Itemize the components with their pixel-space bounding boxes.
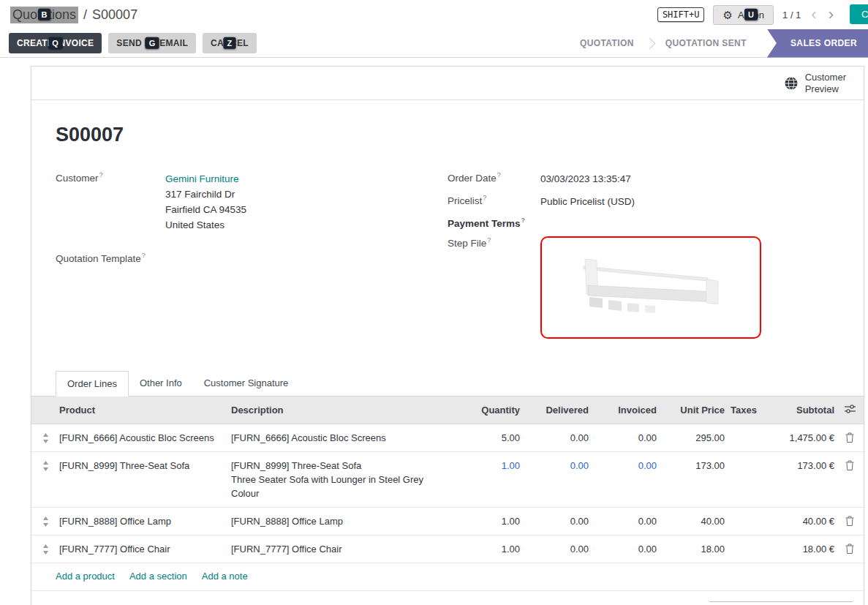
field-groups: Customer? Gemini Furniture 317 Fairchild… [56,171,839,346]
globe-icon [784,76,799,91]
status-step-quotation-sent[interactable]: QUOTATION SENT [651,29,761,58]
pager-previous-icon[interactable]: ‹ [809,7,818,23]
table-row: [FURN_7777] Office Chair [FURN_7777] Off… [31,536,864,563]
drag-handle-icon [42,516,49,527]
description-line2: Three Seater Sofa with Lounger in Steel … [231,473,445,500]
cell-delivered[interactable]: 0.00 [520,452,589,507]
drag-handle[interactable] [31,536,59,563]
cell-quantity[interactable]: 5.00 [454,424,520,451]
cell-taxes[interactable] [725,424,759,451]
status-step-quotation[interactable]: QUOTATION [565,29,649,58]
cell-taxes[interactable] [725,536,759,563]
breadcrumb-separator: / [83,7,87,23]
cell-delivered[interactable]: 0.00 [520,536,589,563]
drag-handle[interactable] [31,424,59,451]
label-text: Pricelist [448,195,482,206]
cell-description[interactable]: [FURN_6666] Acoustic Bloc Screens [231,424,454,451]
step-file-image[interactable] [540,236,761,339]
cell-unit-price[interactable]: 18.00 [657,536,725,563]
action-menu-button[interactable]: ⚙ Action U [713,5,774,25]
breadcrumb-current: S00007 [92,7,137,23]
customer-link[interactable]: Gemini Furniture [165,173,239,184]
cell-invoiced[interactable]: 0.00 [589,452,657,507]
column-header-subtotal[interactable]: Subtotal [759,397,834,424]
notebook-tabs: Order Lines Other Info Customer Signatur… [31,371,864,397]
customer-preview-link[interactable]: Customer Preview [784,72,846,95]
help-icon: ? [497,171,501,179]
cell-product[interactable]: [FURN_8888] Office Lamp [59,508,231,535]
trash-icon [845,432,854,443]
tab-customer-signature[interactable]: Customer Signature [193,371,300,396]
cell-quantity[interactable]: 1.00 [454,452,520,507]
cell-quantity[interactable]: 1.00 [454,508,520,535]
label-text: Order Date [448,173,497,184]
quotation-template-field-label: Quotation Template? [56,252,165,264]
cell-description[interactable]: [FURN_8999] Three-Seat Sofa Three Seater… [231,452,454,507]
add-section-link[interactable]: Add a section [129,571,187,582]
hotkey-badge-breadcrumb: B [38,9,51,20]
cancel-button[interactable]: CANCEL Z [203,33,257,53]
pager-next-icon[interactable]: › [827,7,835,23]
delete-row-button[interactable] [834,508,865,535]
send-email-button[interactable]: SEND BY EMAIL G [108,33,196,53]
trash-icon [845,544,854,554]
order-date-value[interactable]: 03/03/2023 13:35:47 [540,171,631,187]
cell-taxes[interactable] [725,452,759,507]
optional-columns-button[interactable] [834,397,865,424]
create-button-label: Create [861,9,868,20]
pager-count: 1 / 1 [782,10,801,20]
cell-description[interactable]: [FURN_7777] Office Chair [231,536,454,563]
cell-product[interactable]: [FURN_7777] Office Chair [59,536,231,563]
tab-other-info[interactable]: Other Info [129,371,193,396]
column-header-quantity[interactable]: Quantity [454,397,520,424]
drag-handle[interactable] [31,452,59,507]
status-step-sales-order[interactable]: SALES ORDER [767,29,868,58]
breadcrumb: Quotations B / S00007 [10,7,137,23]
hotkey-badge-send-email: G [146,37,159,49]
cell-unit-price[interactable]: 40.00 [657,508,725,535]
cell-product[interactable]: [FURN_6666] Acoustic Bloc Screens [59,424,231,451]
cell-invoiced[interactable]: 0.00 [589,536,657,563]
delete-row-button[interactable] [834,452,865,507]
column-header-description[interactable]: Description [231,397,454,424]
step-file-3d-preview [563,247,739,328]
delete-row-button[interactable] [834,536,865,563]
cell-delivered[interactable]: 0.00 [520,424,589,451]
breadcrumb-quotations[interactable]: Quotations B [10,7,78,23]
cell-product[interactable]: [FURN_8999] Three-Seat Sofa [59,452,231,507]
pricelist-value[interactable]: Public Pricelist (USD) [540,194,635,209]
drag-handle[interactable] [31,508,59,535]
description-line: [FURN_6666] Acoustic Bloc Screens [231,431,445,445]
cell-invoiced[interactable]: 0.00 [589,508,657,535]
help-icon: ? [142,252,146,259]
column-header-product[interactable]: Product [59,397,231,424]
status-step-label: QUOTATION [580,38,634,48]
cell-description[interactable]: [FURN_8888] Office Lamp [231,508,454,535]
field-quotation-template[interactable]: Quotation Template? [56,252,448,264]
table-footer-links: Add a product Add a section Add a note [31,563,864,591]
drag-handle-icon [42,461,49,471]
cell-unit-price[interactable]: 173.00 [657,452,725,507]
add-note-link[interactable]: Add a note [202,571,248,582]
create-button[interactable]: Create [850,4,868,24]
cell-unit-price[interactable]: 295.00 [657,424,725,451]
column-header-invoiced[interactable]: Invoiced [589,397,657,424]
hotkey-badge-cancel: Z [223,37,235,49]
column-header-unit-price[interactable]: Unit Price [657,397,725,424]
drag-handle-icon [42,544,49,555]
create-invoice-button[interactable]: CREATE INVOICE Q [9,33,102,53]
cell-quantity[interactable]: 1.00 [454,536,520,563]
cell-invoiced[interactable]: 0.00 [589,424,657,451]
cell-taxes[interactable] [725,508,759,535]
column-header-delivered[interactable]: Delivered [520,397,589,424]
help-icon: ? [487,236,491,244]
cell-delivered[interactable]: 0.00 [520,508,589,535]
tab-order-lines[interactable]: Order Lines [56,371,129,397]
column-header-taxes[interactable]: Taxes [725,397,759,424]
status-step-label: QUOTATION SENT [665,38,747,48]
add-product-link[interactable]: Add a product [56,571,115,582]
topbar-right-controls: SHIFT+U ⚙ Action U 1 / 1 ‹ › [657,5,835,25]
drag-handle-icon [42,433,49,443]
delete-row-button[interactable] [834,424,865,451]
customer-address-line: 317 Fairchild Dr [165,187,246,202]
